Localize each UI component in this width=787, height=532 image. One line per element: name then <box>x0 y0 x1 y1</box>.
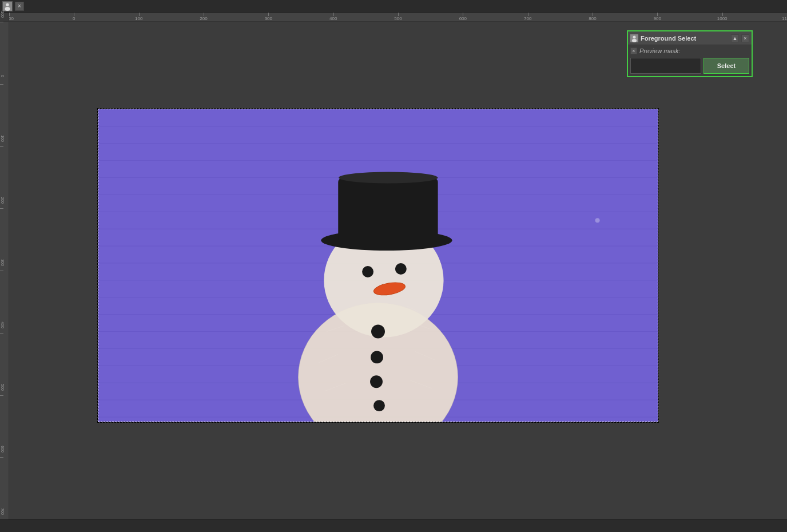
svg-point-44 <box>595 218 600 223</box>
svg-point-1 <box>6 3 9 6</box>
dialog-close-button[interactable]: × <box>741 34 749 42</box>
preview-mask-row: × Preview mask: <box>630 47 749 54</box>
vertical-ruler: -1000100200300400500600700 <box>0 22 9 519</box>
preview-mask-toggle[interactable]: × <box>630 47 637 54</box>
dialog-title: Foreground Select <box>641 35 729 42</box>
svg-point-35 <box>373 400 385 411</box>
canvas-area: Foreground Select ▲ × × Preview mask: Se… <box>9 22 787 519</box>
svg-point-29 <box>395 263 407 275</box>
color-preview-swatch <box>630 58 701 74</box>
svg-point-32 <box>371 325 385 339</box>
svg-rect-26 <box>338 178 438 244</box>
dialog-titlebar: Foreground Select ▲ × <box>628 31 752 45</box>
svg-point-28 <box>362 266 373 277</box>
dialog-bottom: Select <box>630 58 749 74</box>
dialog-body: × Preview mask: Select <box>628 45 752 76</box>
horizontal-ruler: -100010020030040050060070080090010001100 <box>9 13 787 22</box>
snowman-canvas <box>98 109 658 422</box>
select-button[interactable]: Select <box>703 58 749 74</box>
svg-point-46 <box>633 35 636 38</box>
foreground-select-dialog: Foreground Select ▲ × × Preview mask: Se… <box>627 30 753 77</box>
dialog-up-button[interactable]: ▲ <box>731 34 739 42</box>
svg-point-34 <box>370 375 383 388</box>
svg-point-47 <box>632 39 637 42</box>
svg-point-33 <box>371 351 383 363</box>
preview-mask-label: Preview mask: <box>639 47 681 54</box>
status-bar <box>0 519 787 532</box>
image-container <box>98 109 658 422</box>
svg-point-2 <box>5 6 10 10</box>
title-bar: × <box>0 0 787 13</box>
svg-point-27 <box>339 172 438 184</box>
title-close-button[interactable]: × <box>15 2 24 11</box>
dialog-icon <box>630 34 638 42</box>
